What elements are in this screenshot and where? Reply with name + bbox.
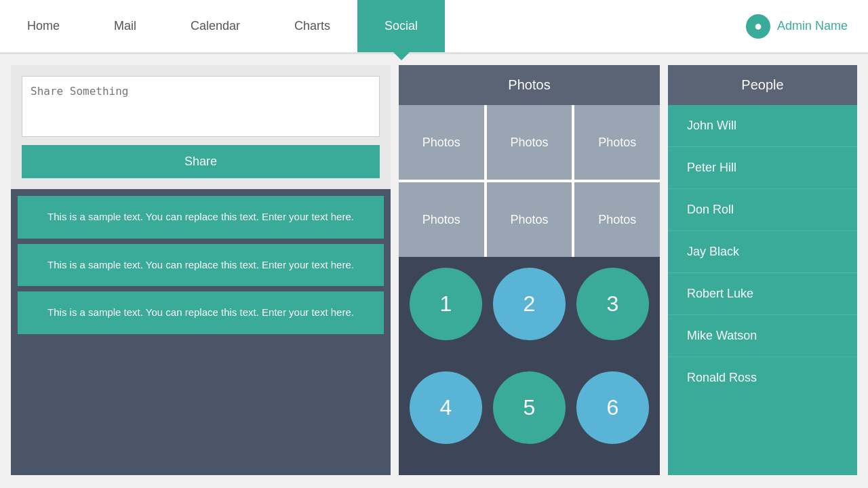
number-circle-5[interactable]: 5: [493, 371, 566, 444]
post-text-1: This is a sample text. You can replace t…: [47, 211, 354, 222]
main-content: Share This is a sample text. You can rep…: [0, 54, 868, 486]
right-panel: People John Will Peter Hill Don Roll Jay…: [668, 65, 857, 475]
number-5: 5: [524, 395, 536, 420]
photo-cell-6[interactable]: Photos: [574, 182, 660, 257]
share-input[interactable]: [22, 76, 380, 137]
person-icon: ●: [746, 14, 770, 39]
number-4: 4: [440, 395, 452, 420]
posts-container: This is a sample text. You can replace t…: [11, 189, 391, 475]
nav-charts[interactable]: Charts: [267, 0, 357, 52]
share-button[interactable]: Share: [22, 145, 380, 178]
people-item-4[interactable]: Jay Black: [668, 231, 857, 273]
people-item-7[interactable]: Ronald Ross: [668, 357, 857, 399]
post-text-3: This is a sample text. You can replace t…: [47, 306, 354, 318]
nav-items: Home Mail Calendar Charts Social: [0, 0, 746, 52]
post-text-2: This is a sample text. You can replace t…: [47, 259, 354, 270]
photos-header-label: Photos: [508, 77, 550, 92]
number-circle-6[interactable]: 6: [576, 371, 649, 444]
post-item-1: This is a sample text. You can replace t…: [18, 196, 384, 239]
photo-label-5: Photos: [510, 213, 548, 227]
number-3: 3: [607, 291, 619, 317]
photo-cell-5[interactable]: Photos: [487, 182, 572, 257]
nav-home[interactable]: Home: [0, 0, 87, 52]
admin-name-label: Admin Name: [777, 19, 848, 33]
people-name-6: Mike Watson: [687, 329, 757, 342]
photo-cell-3[interactable]: Photos: [574, 105, 660, 180]
admin-profile[interactable]: ● Admin Name: [746, 14, 868, 39]
photo-label-1: Photos: [422, 136, 460, 150]
nav-charts-label: Charts: [294, 19, 330, 33]
people-item-6[interactable]: Mike Watson: [668, 315, 857, 357]
photo-cell-2[interactable]: Photos: [487, 105, 572, 180]
people-name-7: Ronald Ross: [687, 371, 757, 384]
nav-mail[interactable]: Mail: [87, 0, 163, 52]
share-box: Share: [11, 65, 391, 189]
people-name-3: Don Roll: [687, 203, 734, 216]
photo-label-6: Photos: [598, 213, 636, 227]
people-header: People: [668, 65, 857, 105]
left-panel: Share This is a sample text. You can rep…: [11, 65, 391, 475]
people-name-5: Robert Luke: [687, 287, 753, 300]
navigation: Home Mail Calendar Charts Social ● Admin…: [0, 0, 868, 54]
nav-calendar-label: Calendar: [191, 19, 240, 33]
number-6: 6: [607, 395, 619, 420]
photo-label-4: Photos: [422, 213, 460, 227]
nav-social-label: Social: [384, 19, 418, 33]
numbers-grid: 1 2 3 4 5 6: [399, 257, 660, 475]
people-item-5[interactable]: Robert Luke: [668, 273, 857, 315]
number-2: 2: [524, 291, 536, 317]
photo-label-2: Photos: [510, 136, 548, 150]
people-item-2[interactable]: Peter Hill: [668, 147, 857, 189]
photo-label-3: Photos: [598, 136, 636, 150]
number-1: 1: [440, 291, 452, 317]
photos-grid: Photos Photos Photos Photos Photos Photo…: [399, 105, 660, 257]
nav-mail-label: Mail: [114, 19, 136, 33]
number-circle-2[interactable]: 2: [493, 268, 566, 340]
number-circle-3[interactable]: 3: [576, 268, 649, 340]
people-list: John Will Peter Hill Don Roll Jay Black …: [668, 105, 857, 475]
nav-home-label: Home: [27, 19, 60, 33]
post-item-2: This is a sample text. You can replace t…: [18, 244, 384, 287]
middle-panel: Photos Photos Photos Photos Photos Photo…: [399, 65, 660, 475]
photo-cell-4[interactable]: Photos: [399, 182, 484, 257]
people-name-4: Jay Black: [687, 245, 739, 258]
people-name-1: John Will: [687, 119, 736, 132]
nav-social[interactable]: Social: [357, 0, 445, 52]
people-header-label: People: [741, 77, 783, 92]
nav-calendar[interactable]: Calendar: [163, 0, 267, 52]
number-circle-1[interactable]: 1: [410, 268, 482, 340]
photo-cell-1[interactable]: Photos: [399, 105, 484, 180]
people-item-3[interactable]: Don Roll: [668, 189, 857, 231]
photos-header: Photos: [399, 65, 660, 105]
people-item-1[interactable]: John Will: [668, 105, 857, 147]
post-item-3: This is a sample text. You can replace t…: [18, 291, 384, 334]
number-circle-4[interactable]: 4: [410, 371, 482, 444]
people-name-2: Peter Hill: [687, 161, 736, 174]
